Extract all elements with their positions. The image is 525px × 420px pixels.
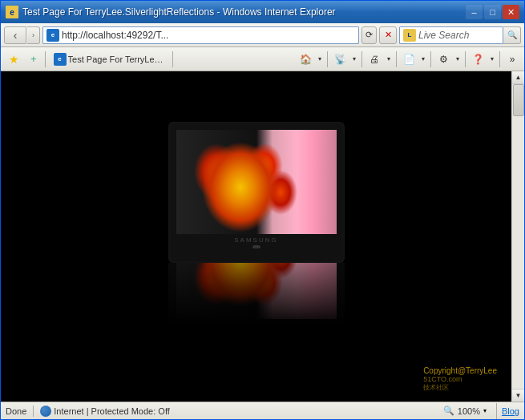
print-button[interactable]: 🖨 <box>365 50 383 68</box>
status-right: 🔍 100% ▾ Blog <box>443 403 519 419</box>
monitor: SAMSUNG <box>168 122 345 263</box>
search-placeholder: Live Search <box>418 30 469 41</box>
monitor-power-button <box>252 245 260 248</box>
toolbar-separator-5 <box>396 51 397 67</box>
rss-button[interactable]: 📡 <box>331 50 349 68</box>
back-button[interactable]: ‹ <box>4 26 26 44</box>
scrollbar[interactable]: ▲ ▼ <box>511 71 524 402</box>
page-icon: e <box>46 29 59 42</box>
monitor-screen <box>176 130 337 234</box>
watermark: Copyright@TerryLee 51CTO.com 技术社区 <box>423 366 497 392</box>
address-bar-row: ‹ › e http://localhost:49292/T... ⟳ ✕ L … <box>1 23 524 47</box>
zone-indicator: Internet | Protected Mode: Off <box>40 406 170 417</box>
window-title: Test Page For TerryLee.SilverlightReflec… <box>22 6 336 18</box>
browser-window: e Test Page For TerryLee.SilverlightRefl… <box>0 0 525 420</box>
content-area: SAMSUNG Copyright@TerryLee 51C <box>1 71 524 402</box>
search-field[interactable]: L Live Search <box>399 26 503 44</box>
maximize-button[interactable]: □ <box>484 5 501 19</box>
address-field[interactable]: e http://localhost:49292/T... <box>42 26 359 44</box>
toolbar-separator-7 <box>465 51 466 67</box>
rss-dropdown[interactable]: ▾ <box>350 50 358 68</box>
forward-button[interactable]: › <box>27 26 40 44</box>
more-button[interactable]: » <box>503 50 521 68</box>
stop-button[interactable]: ✕ <box>379 26 397 44</box>
home-button[interactable]: 🏠 <box>297 50 314 68</box>
toolbar-separator <box>45 51 46 67</box>
status-bar: Done Internet | Protected Mode: Off 🔍 10… <box>1 402 524 419</box>
tab-button[interactable]: e Test Page For TerryLee.... <box>49 50 169 68</box>
reflection-screen <box>176 263 337 319</box>
zoom-button[interactable]: 🔍 <box>443 406 454 416</box>
help-dropdown[interactable]: ▾ <box>488 50 496 68</box>
zoom-dropdown[interactable]: ▾ <box>483 407 491 414</box>
minimize-button[interactable]: – <box>466 5 483 19</box>
web-content: SAMSUNG Copyright@TerryLee 51C <box>1 71 511 402</box>
globe-icon <box>40 406 51 417</box>
close-button[interactable]: ✕ <box>503 5 519 19</box>
monitor-display: SAMSUNG <box>168 122 345 327</box>
toolbar-separator-2 <box>172 51 173 67</box>
star-icon: ★ <box>9 53 19 66</box>
scroll-down-button[interactable]: ▼ <box>512 389 525 402</box>
reflection-flower-image <box>176 263 337 319</box>
toolbar-separator-8 <box>499 51 500 67</box>
search-brand-icon: L <box>403 29 416 42</box>
status-separator-2 <box>496 403 497 419</box>
page-dropdown[interactable]: ▾ <box>419 50 427 68</box>
app-icon: e <box>6 6 18 18</box>
reflection-inner <box>168 263 345 327</box>
flower-image <box>176 130 337 234</box>
window-controls: – □ ✕ <box>466 5 519 19</box>
zoom-level: 100% <box>458 406 480 416</box>
tools-dropdown[interactable]: ▾ <box>454 50 462 68</box>
print-dropdown[interactable]: ▾ <box>385 50 393 68</box>
toolbar-separator-6 <box>430 51 431 67</box>
add-favorites-button[interactable]: + <box>26 50 42 68</box>
search-go-button[interactable]: 🔍 <box>503 26 521 44</box>
toolbar: ★ + e Test Page For TerryLee.... 🏠 ▾ 📡 ▾… <box>1 47 524 71</box>
scroll-thumb[interactable] <box>513 84 524 116</box>
copyright-text: Copyright@TerryLee <box>423 366 497 375</box>
zone-text: Internet | Protected Mode: Off <box>54 406 170 416</box>
title-bar: e Test Page For TerryLee.SilverlightRefl… <box>1 1 524 23</box>
address-text: http://localhost:49292/T... <box>62 30 168 41</box>
help-button[interactable]: ❓ <box>469 50 487 68</box>
monitor-brand: SAMSUNG <box>176 236 337 244</box>
page-button[interactable]: 📄 <box>400 50 418 68</box>
scroll-track <box>512 84 525 389</box>
blog-link[interactable]: Blog <box>502 406 519 416</box>
site-logo: 51CTO.com 技术社区 <box>423 375 497 392</box>
tab-label: Test Page For TerryLee.... <box>68 55 164 64</box>
home-dropdown[interactable]: ▾ <box>316 50 324 68</box>
status-text: Done <box>6 406 26 416</box>
tools-button[interactable]: ⚙ <box>434 50 452 68</box>
toolbar-separator-3 <box>327 51 328 67</box>
add-icon: + <box>30 53 37 65</box>
monitor-reflection <box>168 263 345 327</box>
tab-icon: e <box>54 53 67 66</box>
refresh-button[interactable]: ⟳ <box>361 26 377 44</box>
favorites-button[interactable]: ★ <box>4 50 24 68</box>
scroll-up-button[interactable]: ▲ <box>512 71 525 84</box>
toolbar-separator-4 <box>361 51 362 67</box>
status-separator <box>33 406 34 417</box>
